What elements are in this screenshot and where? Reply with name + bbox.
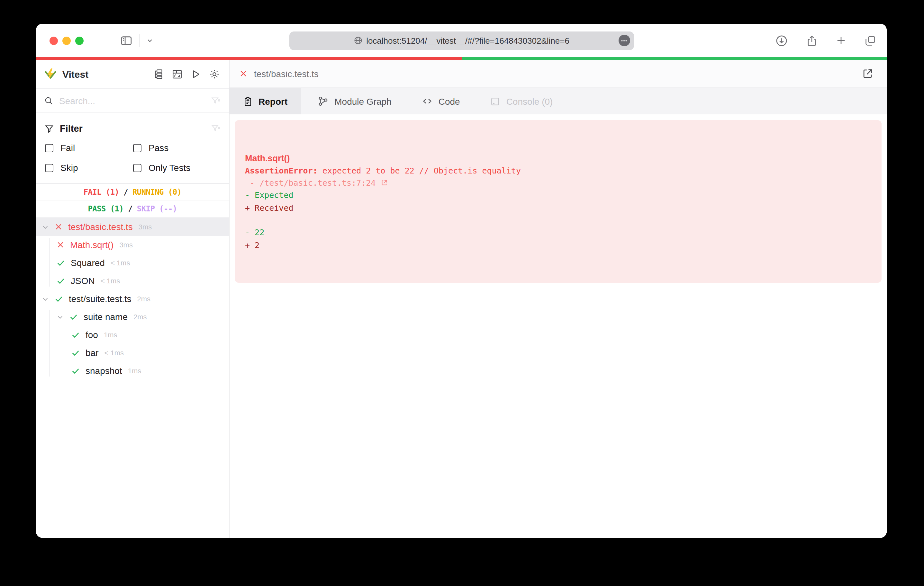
console-icon (490, 96, 501, 106)
test-duration: 2ms (137, 295, 151, 303)
tab-label: Console (0) (507, 96, 553, 106)
test-name: suite name (84, 312, 128, 322)
app-title: Vitest (63, 68, 88, 79)
tree-item[interactable]: bar< 1ms (36, 344, 229, 362)
pass-check-icon (71, 349, 80, 357)
tab-report[interactable]: Report (229, 88, 301, 114)
external-link-icon[interactable] (861, 67, 874, 80)
tab-code[interactable]: Code (408, 88, 474, 114)
tab-overview-icon[interactable] (864, 35, 876, 46)
tab-module-graph[interactable]: Module Graph (304, 88, 405, 114)
filter-options: FailPassSkipOnly Tests (45, 143, 221, 173)
pass-check-icon (56, 258, 65, 267)
main-tabs: ReportModule GraphCodeConsole (0) (229, 88, 887, 114)
tree-indent-guide (64, 328, 64, 377)
chevron-down-icon[interactable] (56, 313, 64, 320)
zoom-window-button[interactable] (75, 36, 84, 44)
share-icon[interactable] (806, 34, 818, 47)
tab-label: Report (259, 96, 287, 106)
test-name: JSON (71, 276, 95, 286)
tree-item[interactable]: test/suite.test.ts2ms (36, 290, 229, 308)
error-report-card: Math.sqrt()AssertionError: expected 2 to… (235, 120, 881, 282)
checkbox[interactable] (133, 143, 142, 152)
pass-check-icon (71, 367, 80, 375)
filter-option-label: Pass (148, 143, 168, 153)
address-bar[interactable]: localhost:51204/__vitest__/#/?file=16484… (289, 31, 634, 50)
module-graph-icon (318, 96, 328, 107)
report-text: + Received (245, 203, 294, 213)
filter-section: Filter FailPassSkipOnly Tests (36, 113, 229, 184)
funnel-icon (45, 124, 54, 133)
theme-toggle-icon[interactable] (209, 68, 220, 79)
test-name: Squared (71, 258, 105, 268)
filter-option-fail[interactable]: Fail (45, 143, 133, 153)
test-duration: 1ms (104, 331, 117, 339)
report-line: + 2 (245, 239, 871, 251)
filter-option-skip[interactable]: Skip (45, 163, 133, 173)
tab-label: Code (439, 96, 460, 106)
tab-console[interactable]: Console (0) (477, 88, 566, 114)
report-line (245, 214, 871, 227)
test-duration: 3ms (139, 223, 152, 230)
chevron-down-icon[interactable] (42, 223, 49, 230)
report-line: Math.sqrt() (245, 152, 871, 165)
checkbox[interactable] (45, 143, 53, 152)
filter-option-label: Fail (61, 143, 75, 153)
test-name: Math.sqrt() (70, 240, 114, 250)
more-options-icon[interactable] (618, 35, 630, 46)
sidebar-toggle-icon[interactable] (120, 34, 133, 47)
filter-option-label: Skip (61, 163, 78, 173)
status-sep: / (124, 204, 137, 213)
report-icon (243, 96, 253, 106)
report-text: - 22 (245, 228, 264, 237)
dashboard-icon[interactable] (172, 68, 183, 79)
report-line: - 22 (245, 227, 871, 239)
clear-filter-icon[interactable] (211, 123, 221, 133)
tree-view-icon[interactable] (153, 68, 164, 79)
tree-item[interactable]: snapshot1ms (36, 362, 229, 380)
run-all-icon[interactable] (190, 68, 201, 79)
progress-pass-segment (461, 57, 887, 60)
pass-check-icon (69, 313, 78, 321)
search-icon (44, 96, 53, 105)
test-duration: 2ms (134, 313, 147, 321)
tree-item[interactable]: Squared< 1ms (36, 254, 229, 272)
tree-item[interactable]: foo1ms (36, 326, 229, 344)
tree-item[interactable]: JSON< 1ms (36, 272, 229, 290)
tree-indent-guide (49, 238, 50, 286)
filter-option-only-tests[interactable]: Only Tests (133, 163, 221, 173)
new-tab-icon[interactable] (835, 35, 847, 46)
report-text: - Expected (245, 191, 294, 200)
browser-toolbar: localhost:51204/__vitest__/#/?file=16484… (36, 24, 887, 57)
close-window-button[interactable] (50, 36, 58, 44)
filter-option-label: Only Tests (148, 163, 190, 173)
test-name: bar (86, 347, 98, 358)
chevron-down-icon[interactable] (145, 36, 154, 45)
code-icon (422, 96, 433, 107)
search-input[interactable] (59, 95, 205, 106)
vitest-logo-icon (45, 68, 56, 80)
checkbox[interactable] (133, 163, 142, 172)
filter-title: Filter (60, 123, 82, 133)
test-name: snapshot (86, 365, 122, 376)
tree-item[interactable]: test/basic.test.ts3ms (36, 218, 229, 236)
test-duration: < 1ms (104, 349, 124, 357)
download-icon[interactable] (775, 34, 788, 47)
report-line[interactable]: - /test/basic.test.ts:7:24 (245, 177, 871, 189)
window-controls (50, 36, 84, 44)
filter-option-pass[interactable]: Pass (133, 143, 221, 153)
progress-fail-segment (36, 57, 461, 60)
url-text: localhost:51204/__vitest__/#/?file=16484… (366, 36, 569, 45)
minimize-window-button[interactable] (63, 36, 71, 44)
checkbox[interactable] (45, 163, 53, 172)
chevron-down-icon[interactable] (42, 295, 49, 302)
globe-icon (353, 36, 362, 45)
clear-filter-icon[interactable] (211, 95, 221, 106)
report-line: AssertionError: expected 2 to be 22 // O… (245, 165, 871, 177)
report-content: Math.sqrt()AssertionError: expected 2 to… (229, 114, 887, 538)
tree-item[interactable]: suite name2ms (36, 308, 229, 326)
report-line: - Expected (245, 189, 871, 202)
tree-item[interactable]: Math.sqrt()3ms (36, 236, 229, 254)
browser-window: localhost:51204/__vitest__/#/?file=16484… (36, 24, 887, 538)
fail-cross-icon (54, 223, 63, 230)
